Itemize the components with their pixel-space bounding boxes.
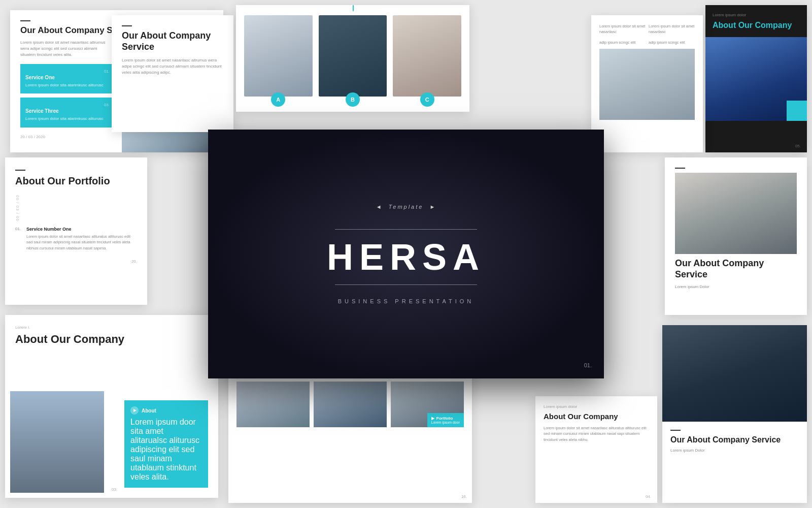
bc-photo-2 <box>314 382 387 427</box>
br-dash <box>670 430 681 431</box>
slide-tr-text-area: Lorem ipsum dolor About Our Company <box>705 5 807 37</box>
rm-lorem-1: Lorem ipsum dolor sit amet nasarilasc <box>599 23 646 35</box>
photo-box-c <box>393 15 461 97</box>
photo-item-c: C <box>393 15 461 102</box>
extra-br-num: 04. <box>646 494 651 499</box>
slide-tl-desc: Lorem ipsum dolor sit amet nasarilasc al… <box>20 40 112 58</box>
center-slide-num: 01. <box>584 362 592 368</box>
photo-box-a <box>244 15 313 97</box>
service-desc-3: Lorem ipsum dolor sita atarimkusc alitur… <box>25 116 110 121</box>
ml-vert-num: 00 / 03 / 00 <box>15 195 20 221</box>
bc-photo-3: ▶ Portfolio Lorem ipsum door <box>391 382 464 427</box>
service-list-title: Service Number One <box>26 227 137 232</box>
tm-dash <box>122 25 132 26</box>
bl-about-box: ▶ About Lorem ipsum door sita amet alita… <box>124 400 208 488</box>
bl-building-image <box>10 391 104 493</box>
slide-bottom-left: Lorem I. About Our Company ▶ About Lorem… <box>5 315 218 498</box>
service-list-num: 01. <box>15 227 23 251</box>
br-content: Our About Company Service Lorem ipsum Do… <box>662 422 807 462</box>
nav-prev-icon[interactable]: ◄ <box>376 204 383 210</box>
slide-top-middle: Our About Company Service Lorem ipsum do… <box>112 15 233 132</box>
slide-tr-image <box>705 37 807 121</box>
service-desc-1: Lorem ipsum dolor sita atarimkusc alitur… <box>25 82 110 88</box>
slide-middle-right: Our About Company Service Lorem ipsum Do… <box>665 157 807 315</box>
photo-item-a: A <box>244 15 313 102</box>
bl-about-desc: Lorem ipsum door sita amet alitarualsc a… <box>130 418 202 482</box>
slide-tm-title: Our About Company Service <box>122 30 223 52</box>
service-list-item-1: 01. Service Number One Lorem ipsum dolor… <box>15 227 137 251</box>
rm-text-grid: Lorem ipsum dolor sit amet nasarilasc Lo… <box>599 23 695 35</box>
main-title: HERSA <box>327 239 485 275</box>
service-list-desc: Lorem ipsum dolor sit amet nasarilasc al… <box>26 234 137 251</box>
service-num-1: 01. <box>25 69 110 74</box>
slide-br-title: Our About Company Service <box>670 435 799 444</box>
slide-tr-num: 05. <box>795 144 801 148</box>
slide-mr-desc: Lorem ipsum Dolor <box>675 284 797 290</box>
slide-mr-title: Our About Company Service <box>675 258 797 280</box>
photo-box-b <box>319 15 387 97</box>
ml-page-num: 20. <box>15 259 137 264</box>
bc-photos: ▶ Portfolio Lorem ipsum door <box>236 382 464 427</box>
rm-col-2: Lorem ipsum dolor sit amet nasarilasc <box>649 23 695 35</box>
tr-corner-accent <box>787 101 807 121</box>
slide-extra-br: Lorem ipsum dolor About Our Company Lore… <box>535 396 657 503</box>
photo-item-b: B <box>319 15 387 102</box>
ml-page-indicator: 00 / 03 / 00 <box>15 195 137 221</box>
mr-building-image <box>675 173 797 254</box>
rm-text-4: adip ipsum scingc elit <box>649 40 695 45</box>
extra-br-title: About Our Company <box>544 412 649 421</box>
slide-ml-title: About Our Portfolio <box>15 175 137 187</box>
slide-tr-lorem: Lorem ipsum dolor <box>713 12 800 18</box>
service-box-3: 03. Service Three Lorem ipsum dolor sita… <box>20 98 115 128</box>
top-divider <box>335 229 477 230</box>
slide-middle-left: About Our Portfolio 00 / 03 / 00 01. Ser… <box>5 157 147 305</box>
title-dash <box>20 20 30 21</box>
rm-text-row2: adip ipsum scingc elit adip ipsum scingc… <box>599 40 695 45</box>
rm-lorem-2: Lorem ipsum dolor sit amet nasarilasc <box>649 23 695 35</box>
br-image <box>662 325 807 422</box>
slide-right-middle: Lorem ipsum dolor sit amet nasarilasc Lo… <box>591 15 703 152</box>
extra-br-lorem: Lorem ipsum dolor <box>544 404 649 409</box>
play-icon: ▶ <box>130 406 139 415</box>
template-nav: ◄ Template ► <box>376 204 436 210</box>
nav-next-icon[interactable]: ► <box>429 204 436 210</box>
portfolio-desc: Lorem ipsum door <box>431 421 460 424</box>
bl-lorem-label: Lorem I. <box>15 325 208 330</box>
slide-tm-desc: Lorem ipsum dolor sit amet nasarilasc al… <box>122 57 223 76</box>
slide-top-right: Lorem ipsum dolor About Our Company 05. <box>705 5 807 152</box>
bc-photo-1 <box>236 382 310 427</box>
slide-top-center: A B C <box>236 5 469 112</box>
service-title-3: Service Three <box>25 108 110 114</box>
extra-br-desc: Lorem ipsum dolor sit amet nasarilasc al… <box>544 425 649 442</box>
mr-dash <box>675 168 685 169</box>
photo-label-c: C <box>420 92 434 107</box>
bl-about-title: ▶ About <box>130 406 202 415</box>
tc-top-bar <box>353 5 354 11</box>
rm-col-1: Lorem ipsum dolor sit amet nasarilasc <box>599 23 646 35</box>
bc-slide-num: 16. <box>461 494 467 499</box>
service-box-1: 01. Service One Lorem ipsum dolor sita a… <box>20 64 115 93</box>
photo-label-b: B <box>346 92 360 107</box>
slide-bl-title: About Our Company <box>15 333 208 346</box>
portfolio-badge: ▶ Portfolio Lorem ipsum door <box>427 413 464 427</box>
bottom-divider <box>335 284 477 285</box>
photo-label-a: A <box>271 92 285 107</box>
ml-dash <box>15 170 25 171</box>
template-label: Template <box>389 204 424 210</box>
rm-building-image <box>599 49 695 120</box>
bl-slide-num: 03. <box>112 487 117 492</box>
service-list-content: Service Number One Lorem ipsum dolor sit… <box>26 227 137 251</box>
service-title-1: Service One <box>25 75 110 80</box>
slide-bottom-right: Our About Company Service Lorem ipsum Do… <box>662 325 807 503</box>
main-subtitle: BUSINESS PRESENTATION <box>338 298 475 304</box>
portfolio-title: ▶ Portfolio <box>431 416 460 421</box>
slide-tr-title: About Our Company <box>713 20 800 30</box>
center-slide[interactable]: ◄ Template ► HERSA BUSINESS PRESENTATION… <box>208 130 604 378</box>
slide-br-desc: Lorem ipsum Dolor <box>670 448 799 454</box>
service-num-3: 03. <box>25 103 110 107</box>
rm-text-3: adip ipsum scingc elit <box>599 40 646 45</box>
